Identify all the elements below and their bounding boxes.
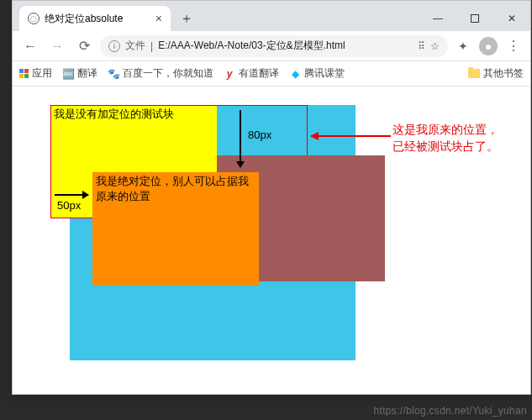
- bookmark-tencent[interactable]: ◆ 腾讯课堂: [289, 66, 345, 81]
- site-info-icon[interactable]: i: [108, 40, 120, 52]
- maximize-icon: [471, 14, 479, 23]
- titlebar: ◌ 绝对定位absolute × ＋ — ✕: [13, 1, 530, 31]
- tencent-icon: ◆: [289, 68, 301, 80]
- window-controls: — ✕: [419, 6, 530, 31]
- back-button[interactable]: ←: [19, 35, 41, 57]
- bookmark-apps[interactable]: 应用: [19, 66, 52, 81]
- translate-bm-icon: 🔤: [62, 68, 74, 80]
- label-50px: 50px: [57, 199, 81, 212]
- bookmark-star-icon[interactable]: ☆: [430, 40, 440, 52]
- annotation-arrow: [311, 135, 391, 137]
- file-label: 文件: [125, 39, 145, 53]
- url-text: E:/AAA-Web/A-Note/03-定位&层模型.html: [158, 39, 413, 53]
- maximize-button[interactable]: [456, 6, 493, 31]
- url-box[interactable]: i 文件 | E:/AAA-Web/A-Note/03-定位&层模型.html …: [100, 35, 448, 57]
- arrow-80px: [240, 110, 241, 167]
- browser-window: ◌ 绝对定位absolute × ＋ — ✕ ← → ⟳ i 文件 | E:/A…: [12, 0, 531, 395]
- orange-box-text: 我是绝对定位，别人可以占据我原来的位置: [96, 175, 249, 202]
- extensions-icon[interactable]: ✦: [453, 36, 473, 56]
- annotation-text: 这是我原来的位置， 已经被测试块占了。: [392, 122, 498, 155]
- browser-tab[interactable]: ◌ 绝对定位absolute ×: [19, 6, 171, 31]
- arrow-50px: [55, 194, 88, 196]
- bookmark-baidu[interactable]: 🐾 百度一下，你就知道: [108, 66, 213, 81]
- menu-button[interactable]: ⋮: [503, 36, 524, 56]
- forward-button[interactable]: →: [46, 35, 68, 57]
- youdao-icon: y: [224, 68, 235, 80]
- profile-avatar[interactable]: ●: [478, 36, 498, 56]
- minimize-button[interactable]: —: [419, 6, 456, 31]
- baidu-icon: 🐾: [108, 68, 119, 80]
- close-window-button[interactable]: ✕: [493, 6, 530, 31]
- address-bar: ← → ⟳ i 文件 | E:/AAA-Web/A-Note/03-定位&层模型…: [13, 31, 530, 61]
- yellow-box-text: 我是没有加定位的测试块: [54, 108, 174, 120]
- globe-icon: ◌: [28, 13, 40, 24]
- bookmarks-bar: 应用 🔤 翻译 🐾 百度一下，你就知道 y 有道翻译 ◆ 腾讯课堂 其他书签: [13, 61, 530, 87]
- tab-close-icon[interactable]: ×: [155, 12, 162, 25]
- folder-icon: [468, 69, 480, 78]
- bookmark-youdao[interactable]: y 有道翻译: [224, 66, 279, 81]
- reload-button[interactable]: ⟳: [73, 35, 95, 57]
- apps-icon: [19, 69, 29, 78]
- label-80px: 80px: [248, 129, 271, 141]
- translate-icon[interactable]: ⠿: [418, 40, 425, 52]
- watermark: https://blog.csdn.net/Yuki_yuhan: [374, 405, 527, 417]
- tab-title: 绝对定位absolute: [45, 12, 150, 26]
- avatar-icon: ●: [479, 37, 498, 55]
- bookmark-other[interactable]: 其他书签: [468, 66, 524, 81]
- orange-absolute-box: 我是绝对定位，别人可以占据我原来的位置: [92, 172, 259, 286]
- page-viewport: 我是没有加定位的测试块 我是绝对定位，别人可以占据我原来的位置 80px 50p…: [13, 87, 530, 394]
- bookmark-translate[interactable]: 🔤 翻译: [62, 66, 97, 81]
- new-tab-button[interactable]: ＋: [176, 8, 198, 29]
